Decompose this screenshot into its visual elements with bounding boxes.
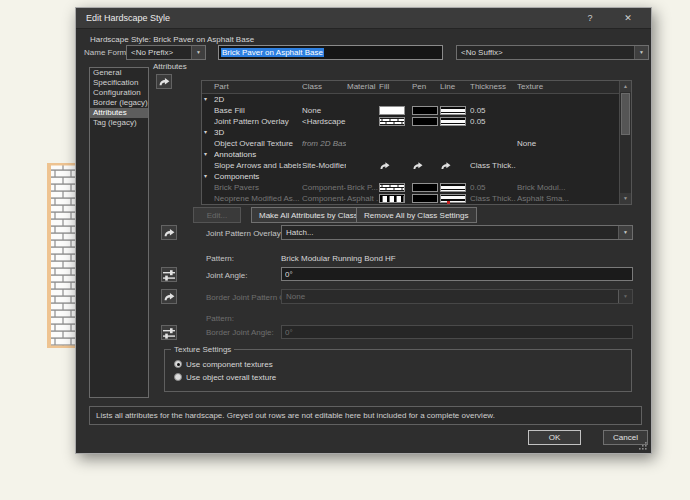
attributes-group-label: Attributes bbox=[153, 62, 187, 71]
sidebar-item-configuration[interactable]: Configuration bbox=[90, 88, 148, 98]
selected-text: Brick Paver on Asphalt Base bbox=[221, 48, 324, 57]
sidebar-item-tag-legacy[interactable]: Tag (legacy) bbox=[90, 118, 148, 128]
line-style-swatch bbox=[440, 194, 466, 203]
line-style-swatch bbox=[440, 106, 466, 115]
column-header-line[interactable]: Line bbox=[440, 81, 468, 93]
table-group-row-3d[interactable]: ▾3D bbox=[202, 127, 619, 138]
column-header-material[interactable]: Material bbox=[347, 81, 378, 93]
column-header-part[interactable]: Part bbox=[214, 81, 301, 93]
by-class-arrow-icon bbox=[440, 161, 452, 171]
joint-pattern-by-class-button[interactable] bbox=[161, 225, 177, 240]
ok-button[interactable]: OK bbox=[528, 430, 581, 445]
table-row-joint-pattern-overlay[interactable]: Joint Pattern Overlay<Hardscape ...0.05 bbox=[202, 116, 619, 127]
by-class-toggle-button[interactable] bbox=[156, 74, 172, 89]
radio-label: Use object overall texture bbox=[186, 373, 276, 382]
brick-hatch-swatch bbox=[379, 117, 405, 126]
border-pattern-label: Pattern: bbox=[206, 314, 234, 323]
attributes-table[interactable]: PartClassMaterialFillPenLineThicknessTex… bbox=[201, 80, 632, 205]
prefix-dropdown[interactable]: <No Prefix> ▼ bbox=[126, 45, 206, 60]
dialog-title: Edit Hardscape Style bbox=[86, 8, 170, 29]
make-all-attributes-by-class-button[interactable]: Make All Attributes by Class bbox=[251, 207, 366, 223]
scrollbar-thumb[interactable] bbox=[621, 93, 630, 135]
sidebar-item-general[interactable]: General bbox=[90, 68, 148, 78]
hardscape-object-preview bbox=[47, 163, 77, 348]
expander-icon[interactable]: ▾ bbox=[204, 171, 207, 182]
joint-angle-settings-button[interactable] bbox=[161, 267, 177, 282]
chevron-down-icon[interactable]: ▼ bbox=[191, 46, 205, 59]
column-header-texture[interactable]: Texture bbox=[517, 81, 617, 93]
column-header-thickness[interactable]: Thickness bbox=[470, 81, 516, 93]
column-header-fill[interactable]: Fill bbox=[379, 81, 409, 93]
table-group-row-2d[interactable]: ▾2D bbox=[202, 94, 619, 105]
chevron-down-icon: ▼ bbox=[618, 290, 632, 303]
remove-all-by-class-settings-button[interactable]: Remove All by Class Settings bbox=[356, 207, 477, 223]
asphalt-hatch-swatch bbox=[379, 194, 405, 203]
brick-paver-texture bbox=[47, 163, 77, 348]
dialog-titlebar[interactable]: Edit Hardscape Style ? ✕ bbox=[76, 8, 651, 29]
suffix-value: <No Suffix> bbox=[461, 48, 503, 57]
sidebar-item-attributes[interactable]: Attributes bbox=[90, 108, 148, 118]
by-class-arrow-icon bbox=[412, 161, 424, 171]
texture-settings-legend: Texture Settings bbox=[171, 345, 234, 354]
sidebar-item-specification[interactable]: Specification bbox=[90, 78, 148, 88]
description-box: Lists all attributes for the hardscape. … bbox=[89, 406, 642, 425]
sliders-icon bbox=[162, 327, 176, 339]
table-group-row-components[interactable]: ▾Components bbox=[202, 171, 619, 182]
table-group-row-annotations[interactable]: ▾Annotations bbox=[202, 149, 619, 160]
resize-grip[interactable] bbox=[638, 441, 647, 450]
by-class-arrow-icon bbox=[163, 228, 176, 238]
table-row-base-fill[interactable]: Base FillNone0.05 bbox=[202, 105, 619, 116]
radio-unselected-icon[interactable] bbox=[174, 373, 182, 381]
solid-black-pen-swatch bbox=[412, 117, 438, 126]
column-header-class[interactable]: Class bbox=[302, 81, 346, 93]
solid-black-pen-swatch bbox=[412, 106, 438, 115]
joint-angle-input[interactable] bbox=[281, 267, 633, 281]
radio-selected-icon[interactable] bbox=[174, 360, 182, 368]
joint-angle-label: Joint Angle: bbox=[206, 271, 247, 280]
expander-icon[interactable]: ▾ bbox=[204, 149, 207, 160]
red-marker-dot bbox=[447, 201, 450, 204]
table-row-partial[interactable] bbox=[202, 204, 619, 205]
border-joint-pattern-by-class-button[interactable] bbox=[161, 289, 177, 304]
chevron-down-icon[interactable]: ▼ bbox=[634, 46, 648, 59]
joint-pattern-overlay-value: Hatch... bbox=[286, 228, 314, 237]
by-class-arrow-icon bbox=[163, 292, 176, 302]
help-icon[interactable]: ? bbox=[581, 8, 599, 29]
hardscape-style-line: Hardscape Style: Brick Paver on Asphalt … bbox=[90, 35, 254, 44]
table-row-object-overall-texture[interactable]: Object Overall Texturefrom 2D Bas...None bbox=[202, 138, 619, 149]
table-scrollbar[interactable]: ▲ ▼ bbox=[619, 81, 631, 204]
prefix-value: <No Prefix> bbox=[131, 48, 173, 57]
desktop-background: Edit Hardscape Style ? ✕ Hardscape Style… bbox=[0, 0, 690, 500]
brick-hatch-swatch bbox=[379, 183, 405, 192]
joint-pattern-overlay-dropdown[interactable]: Hatch... ▼ bbox=[281, 225, 633, 240]
line-style-swatch bbox=[440, 117, 466, 126]
line-style-swatch bbox=[440, 183, 466, 192]
style-name-input[interactable]: Brick Paver on Asphalt Base bbox=[218, 45, 443, 60]
sidebar-item-border-legacy[interactable]: Border (legacy) bbox=[90, 98, 148, 108]
expander-icon[interactable]: ▾ bbox=[204, 127, 207, 138]
texture-settings-group: Texture Settings Use component textures … bbox=[164, 349, 632, 392]
joint-pattern-overlay-label: Joint Pattern Overlay: bbox=[206, 229, 283, 238]
border-joint-angle-label: Border Joint Angle: bbox=[206, 328, 274, 337]
chevron-down-icon[interactable]: ▼ bbox=[618, 226, 632, 239]
pattern-value: Brick Modular Running Bond HF bbox=[281, 254, 396, 263]
table-row-neoprene-modified-as[interactable]: Neoprene Modified As...Component-H...Asp… bbox=[202, 193, 619, 204]
sidebar-list: GeneralSpecificationConfigurationBorder … bbox=[89, 67, 149, 398]
suffix-dropdown[interactable]: <No Suffix> ▼ bbox=[456, 45, 649, 60]
solid-black-pen-swatch bbox=[412, 194, 438, 203]
edit-button: Edit... bbox=[193, 207, 241, 223]
solid-black-pen-swatch bbox=[412, 183, 438, 192]
column-header-pen[interactable]: Pen bbox=[412, 81, 439, 93]
expander-icon[interactable]: ▾ bbox=[204, 94, 207, 105]
scroll-up-icon[interactable]: ▲ bbox=[620, 81, 631, 92]
border-joint-angle-settings-button[interactable] bbox=[161, 325, 177, 340]
close-icon[interactable]: ✕ bbox=[619, 8, 637, 29]
scroll-down-icon[interactable]: ▼ bbox=[620, 193, 631, 204]
by-class-arrow-icon bbox=[158, 77, 171, 87]
sliders-icon bbox=[162, 269, 176, 281]
table-row-brick-pavers[interactable]: Brick PaversComponent-H...Brick P...0.05… bbox=[202, 182, 619, 193]
use-object-overall-texture-radio[interactable]: Use object overall texture bbox=[174, 372, 276, 382]
table-row-slope-arrows-and-labels[interactable]: Slope Arrows and LabelsSite-Modifier-...… bbox=[202, 160, 619, 171]
radio-label: Use component textures bbox=[186, 360, 273, 369]
use-component-textures-radio[interactable]: Use component textures bbox=[174, 359, 273, 369]
